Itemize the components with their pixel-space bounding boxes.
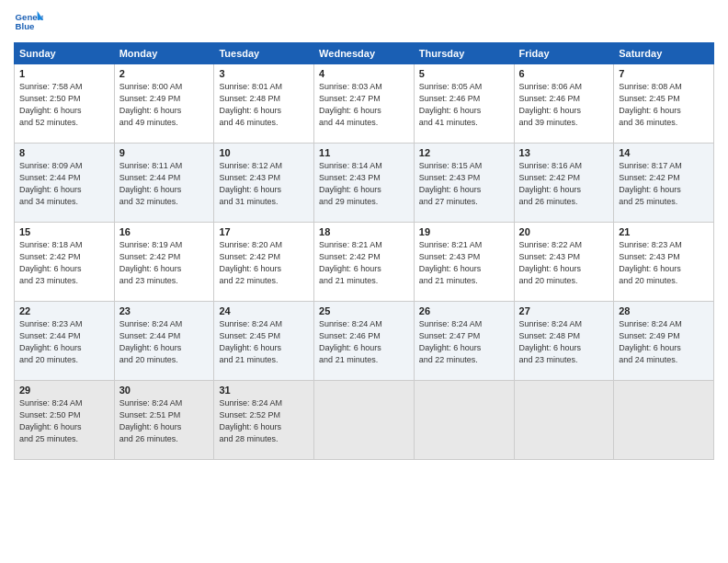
- calendar-cell: 5Sunrise: 8:05 AM Sunset: 2:46 PM Daylig…: [414, 64, 514, 144]
- day-number: 29: [19, 385, 109, 396]
- logo-icon: General Blue: [14, 9, 43, 35]
- day-info: Sunrise: 8:18 AM Sunset: 2:42 PM Dayligh…: [19, 239, 109, 287]
- day-number: 22: [19, 305, 109, 316]
- day-number: 3: [219, 68, 309, 79]
- day-number: 10: [219, 147, 309, 158]
- day-number: 14: [619, 147, 709, 158]
- day-info: Sunrise: 8:24 AM Sunset: 2:45 PM Dayligh…: [219, 318, 309, 366]
- calendar-cell: [614, 381, 714, 460]
- day-number: 27: [519, 305, 609, 316]
- calendar-cell: 10Sunrise: 8:12 AM Sunset: 2:43 PM Dayli…: [214, 144, 314, 223]
- calendar-cell: 12Sunrise: 8:15 AM Sunset: 2:43 PM Dayli…: [414, 144, 514, 223]
- day-number: 26: [419, 305, 509, 316]
- day-number: 1: [19, 68, 109, 79]
- calendar-cell: 4Sunrise: 8:03 AM Sunset: 2:47 PM Daylig…: [314, 64, 415, 144]
- day-info: Sunrise: 8:05 AM Sunset: 2:46 PM Dayligh…: [419, 81, 509, 129]
- day-number: 5: [419, 68, 509, 79]
- logo: General Blue: [14, 9, 43, 35]
- calendar-cell: 30Sunrise: 8:24 AM Sunset: 2:51 PM Dayli…: [114, 381, 214, 460]
- calendar-cell: [414, 381, 514, 460]
- calendar-cell: 20Sunrise: 8:22 AM Sunset: 2:43 PM Dayli…: [514, 223, 614, 302]
- calendar-cell: 21Sunrise: 8:23 AM Sunset: 2:43 PM Dayli…: [614, 223, 714, 302]
- day-info: Sunrise: 8:23 AM Sunset: 2:43 PM Dayligh…: [619, 239, 709, 287]
- day-number: 23: [119, 305, 210, 316]
- calendar-cell: [514, 381, 614, 460]
- day-info: Sunrise: 8:24 AM Sunset: 2:49 PM Dayligh…: [619, 318, 709, 366]
- day-number: 2: [119, 68, 210, 79]
- day-number: 12: [419, 147, 509, 158]
- day-number: 11: [319, 147, 409, 158]
- day-number: 8: [19, 147, 109, 158]
- page: General Blue SundayMondayTuesdayWednesda…: [0, 0, 728, 563]
- calendar-cell: 25Sunrise: 8:24 AM Sunset: 2:46 PM Dayli…: [314, 302, 415, 381]
- day-info: Sunrise: 8:08 AM Sunset: 2:45 PM Dayligh…: [619, 81, 709, 129]
- day-info: Sunrise: 8:06 AM Sunset: 2:46 PM Dayligh…: [519, 81, 609, 129]
- col-header-sunday: Sunday: [15, 43, 115, 64]
- col-header-tuesday: Tuesday: [214, 43, 314, 64]
- day-info: Sunrise: 8:12 AM Sunset: 2:43 PM Dayligh…: [219, 160, 309, 208]
- col-header-monday: Monday: [114, 43, 214, 64]
- day-number: 30: [119, 385, 210, 396]
- day-number: 24: [219, 305, 309, 316]
- header: General Blue: [14, 9, 714, 35]
- day-number: 25: [319, 305, 409, 316]
- calendar-cell: 24Sunrise: 8:24 AM Sunset: 2:45 PM Dayli…: [214, 302, 314, 381]
- day-info: Sunrise: 8:03 AM Sunset: 2:47 PM Dayligh…: [319, 81, 409, 129]
- day-number: 21: [619, 226, 709, 237]
- day-info: Sunrise: 7:58 AM Sunset: 2:50 PM Dayligh…: [19, 81, 109, 129]
- calendar-cell: 22Sunrise: 8:23 AM Sunset: 2:44 PM Dayli…: [15, 302, 115, 381]
- day-number: 9: [119, 147, 210, 158]
- calendar-cell: [314, 381, 415, 460]
- calendar-cell: 26Sunrise: 8:24 AM Sunset: 2:47 PM Dayli…: [414, 302, 514, 381]
- day-info: Sunrise: 8:23 AM Sunset: 2:44 PM Dayligh…: [19, 318, 109, 366]
- day-info: Sunrise: 8:11 AM Sunset: 2:44 PM Dayligh…: [119, 160, 210, 208]
- calendar-cell: 2Sunrise: 8:00 AM Sunset: 2:49 PM Daylig…: [114, 64, 214, 144]
- day-info: Sunrise: 8:24 AM Sunset: 2:52 PM Dayligh…: [219, 397, 309, 445]
- calendar-cell: 15Sunrise: 8:18 AM Sunset: 2:42 PM Dayli…: [15, 223, 115, 302]
- day-info: Sunrise: 8:24 AM Sunset: 2:44 PM Dayligh…: [119, 318, 210, 366]
- day-number: 6: [519, 68, 609, 79]
- day-info: Sunrise: 8:21 AM Sunset: 2:43 PM Dayligh…: [419, 239, 509, 287]
- calendar-cell: 8Sunrise: 8:09 AM Sunset: 2:44 PM Daylig…: [15, 144, 115, 223]
- calendar-cell: 28Sunrise: 8:24 AM Sunset: 2:49 PM Dayli…: [614, 302, 714, 381]
- calendar-cell: 9Sunrise: 8:11 AM Sunset: 2:44 PM Daylig…: [114, 144, 214, 223]
- calendar-cell: 29Sunrise: 8:24 AM Sunset: 2:50 PM Dayli…: [15, 381, 115, 460]
- day-info: Sunrise: 8:16 AM Sunset: 2:42 PM Dayligh…: [519, 160, 609, 208]
- day-info: Sunrise: 8:24 AM Sunset: 2:48 PM Dayligh…: [519, 318, 609, 366]
- day-info: Sunrise: 8:24 AM Sunset: 2:51 PM Dayligh…: [119, 397, 210, 445]
- calendar-cell: 27Sunrise: 8:24 AM Sunset: 2:48 PM Dayli…: [514, 302, 614, 381]
- calendar-cell: 11Sunrise: 8:14 AM Sunset: 2:43 PM Dayli…: [314, 144, 415, 223]
- day-number: 4: [319, 68, 409, 79]
- calendar-cell: 19Sunrise: 8:21 AM Sunset: 2:43 PM Dayli…: [414, 223, 514, 302]
- col-header-friday: Friday: [514, 43, 614, 64]
- col-header-saturday: Saturday: [614, 43, 714, 64]
- col-header-wednesday: Wednesday: [314, 43, 415, 64]
- day-number: 20: [519, 226, 609, 237]
- day-number: 18: [319, 226, 409, 237]
- calendar-cell: 16Sunrise: 8:19 AM Sunset: 2:42 PM Dayli…: [114, 223, 214, 302]
- day-info: Sunrise: 8:24 AM Sunset: 2:47 PM Dayligh…: [419, 318, 509, 366]
- day-number: 19: [419, 226, 509, 237]
- calendar-cell: 23Sunrise: 8:24 AM Sunset: 2:44 PM Dayli…: [114, 302, 214, 381]
- col-header-thursday: Thursday: [414, 43, 514, 64]
- calendar-cell: 17Sunrise: 8:20 AM Sunset: 2:42 PM Dayli…: [214, 223, 314, 302]
- day-info: Sunrise: 8:24 AM Sunset: 2:50 PM Dayligh…: [19, 397, 109, 445]
- day-info: Sunrise: 8:09 AM Sunset: 2:44 PM Dayligh…: [19, 160, 109, 208]
- calendar: SundayMondayTuesdayWednesdayThursdayFrid…: [14, 42, 714, 460]
- calendar-cell: 7Sunrise: 8:08 AM Sunset: 2:45 PM Daylig…: [614, 64, 714, 144]
- svg-text:Blue: Blue: [16, 21, 35, 31]
- day-number: 28: [619, 305, 709, 316]
- day-info: Sunrise: 8:00 AM Sunset: 2:49 PM Dayligh…: [119, 81, 210, 129]
- day-info: Sunrise: 8:20 AM Sunset: 2:42 PM Dayligh…: [219, 239, 309, 287]
- day-info: Sunrise: 8:24 AM Sunset: 2:46 PM Dayligh…: [319, 318, 409, 366]
- day-number: 17: [219, 226, 309, 237]
- calendar-cell: 6Sunrise: 8:06 AM Sunset: 2:46 PM Daylig…: [514, 64, 614, 144]
- day-number: 16: [119, 226, 210, 237]
- day-info: Sunrise: 8:17 AM Sunset: 2:42 PM Dayligh…: [619, 160, 709, 208]
- day-number: 13: [519, 147, 609, 158]
- day-info: Sunrise: 8:14 AM Sunset: 2:43 PM Dayligh…: [319, 160, 409, 208]
- calendar-cell: 13Sunrise: 8:16 AM Sunset: 2:42 PM Dayli…: [514, 144, 614, 223]
- calendar-cell: 14Sunrise: 8:17 AM Sunset: 2:42 PM Dayli…: [614, 144, 714, 223]
- day-info: Sunrise: 8:01 AM Sunset: 2:48 PM Dayligh…: [219, 81, 309, 129]
- day-number: 15: [19, 226, 109, 237]
